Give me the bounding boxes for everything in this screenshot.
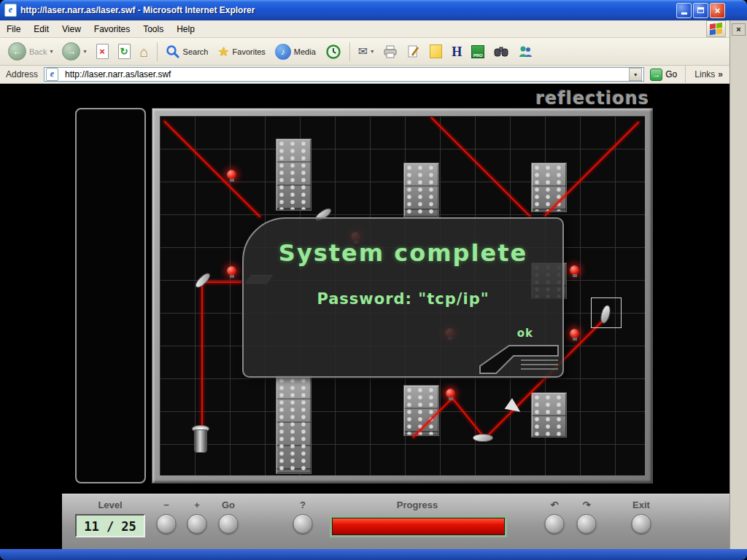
close-button[interactable]: × bbox=[710, 3, 725, 18]
edit-button[interactable] bbox=[403, 43, 424, 60]
links-toolbar[interactable]: Links » bbox=[692, 69, 726, 79]
favorites-button[interactable]: ★ Favorites bbox=[214, 44, 268, 60]
level-cluster: Level 11 / 25 bbox=[75, 499, 145, 537]
undo-button[interactable] bbox=[545, 514, 565, 534]
window-controls: × bbox=[676, 3, 725, 18]
toolbar-separator bbox=[157, 42, 158, 61]
minimize-icon bbox=[681, 12, 687, 15]
notes-button[interactable] bbox=[426, 43, 446, 60]
browser-window: e http://laser.narr.as/laser.swf - Micro… bbox=[0, 0, 747, 560]
menu-view[interactable]: View bbox=[55, 23, 88, 36]
search-label: Search bbox=[183, 47, 209, 56]
menu-help[interactable]: Help bbox=[170, 23, 201, 36]
level-label: Level bbox=[75, 499, 145, 512]
menu-file[interactable]: File bbox=[0, 23, 27, 36]
block-stack bbox=[276, 139, 311, 211]
strip-close-button[interactable]: × bbox=[732, 23, 746, 36]
mirror[interactable] bbox=[473, 434, 493, 442]
go-game-label: Go bbox=[219, 499, 239, 512]
game-logo: reflections bbox=[535, 88, 649, 109]
addressbar-separator bbox=[685, 65, 686, 84]
help-label: ? bbox=[293, 499, 313, 512]
pro-icon: PRO bbox=[471, 45, 484, 58]
home-button[interactable]: ⌂ bbox=[136, 43, 152, 61]
ok-chevron-icon[interactable] bbox=[477, 343, 561, 376]
favorites-star-icon: ★ bbox=[217, 45, 229, 58]
menu-favorites[interactable]: Favorites bbox=[88, 23, 136, 36]
redo-cluster: ↷ bbox=[577, 499, 597, 534]
progress-fill bbox=[333, 518, 504, 534]
block-stack bbox=[531, 163, 567, 212]
dialog-password: Password: "tcp/ip" bbox=[244, 290, 562, 308]
progress-label: Progress bbox=[397, 499, 438, 512]
media-button[interactable]: ♪ Media bbox=[271, 42, 320, 61]
exit-cluster: Exit bbox=[632, 499, 651, 534]
block-stack bbox=[276, 376, 311, 474]
binoculars-icon bbox=[494, 46, 508, 58]
level-minus-cluster: − bbox=[157, 499, 177, 534]
links-chevron-icon: » bbox=[718, 69, 723, 79]
address-field[interactable]: e http://laser.narr.as/laser.swf ▾ bbox=[44, 67, 644, 82]
address-url[interactable]: http://laser.narr.as/laser.swf bbox=[65, 69, 626, 79]
mail-dropdown-icon[interactable]: ▾ bbox=[371, 48, 374, 55]
go-icon: → bbox=[650, 69, 662, 81]
h-tool-button[interactable]: H bbox=[448, 44, 465, 60]
address-bar: Address e http://laser.narr.as/laser.swf… bbox=[0, 66, 729, 84]
forward-dropdown-icon[interactable]: ▾ bbox=[83, 48, 86, 55]
forward-button[interactable]: → ▾ bbox=[58, 41, 90, 62]
ok-button[interactable]: ok bbox=[517, 327, 533, 340]
level-minus-button[interactable] bbox=[157, 514, 177, 534]
address-dropdown-button[interactable]: ▾ bbox=[629, 68, 642, 81]
toolbar-separator bbox=[349, 42, 350, 61]
messenger-icon bbox=[518, 45, 533, 58]
media-icon: ♪ bbox=[275, 44, 291, 60]
menu-edit[interactable]: Edit bbox=[27, 23, 55, 36]
print-icon bbox=[383, 45, 398, 58]
level-plus-button[interactable] bbox=[187, 514, 207, 534]
stop-icon: × bbox=[96, 44, 109, 59]
redo-arrow-icon: ↷ bbox=[577, 499, 597, 512]
back-icon: ← bbox=[8, 42, 26, 61]
exit-button[interactable] bbox=[632, 514, 651, 534]
search-button[interactable]: Search bbox=[162, 43, 212, 61]
back-dropdown-icon[interactable]: ▾ bbox=[50, 48, 53, 55]
stop-button[interactable]: × bbox=[93, 42, 112, 61]
background-window-strip: × bbox=[729, 20, 747, 549]
print-button[interactable] bbox=[379, 44, 401, 60]
media-label: Media bbox=[294, 47, 316, 56]
edit-icon bbox=[407, 44, 420, 58]
maximize-icon bbox=[697, 7, 704, 13]
exit-label: Exit bbox=[632, 499, 651, 512]
stop-x-glyph: × bbox=[99, 47, 105, 56]
menu-tools[interactable]: Tools bbox=[136, 23, 170, 36]
undo-arrow-icon: ↶ bbox=[545, 499, 565, 512]
level-plus-cluster: + bbox=[187, 499, 207, 534]
laser-source[interactable] bbox=[192, 425, 209, 456]
back-button[interactable]: ← Back ▾ bbox=[4, 41, 56, 62]
refresh-button[interactable]: ↻ bbox=[115, 42, 134, 61]
history-button[interactable] bbox=[322, 42, 345, 61]
go-button[interactable]: → Go bbox=[648, 69, 679, 81]
redo-button[interactable] bbox=[577, 514, 597, 534]
go-label: Go bbox=[665, 69, 677, 79]
window-bottom-border bbox=[0, 549, 747, 560]
research-button[interactable] bbox=[490, 44, 512, 59]
page-favicon: e bbox=[46, 68, 58, 81]
ie-page-icon: e bbox=[4, 4, 17, 17]
pro-tool-button[interactable]: PRO bbox=[468, 44, 488, 60]
go-game-button[interactable] bbox=[219, 514, 239, 534]
minus-label: − bbox=[157, 499, 177, 512]
plus-label: + bbox=[187, 499, 207, 512]
refresh-glyph: ↻ bbox=[120, 47, 128, 56]
messenger-button[interactable] bbox=[514, 44, 536, 60]
h-icon: H bbox=[452, 45, 462, 58]
flash-stage: reflections System complete Password: "t… bbox=[0, 84, 729, 549]
maximize-button[interactable] bbox=[693, 3, 708, 18]
help-cluster: ? bbox=[293, 499, 313, 534]
message-panel bbox=[75, 108, 146, 483]
minimize-button[interactable] bbox=[676, 3, 692, 18]
home-icon: ⌂ bbox=[140, 44, 149, 59]
mail-button[interactable]: ✉ ▾ bbox=[355, 44, 377, 59]
help-button[interactable] bbox=[293, 514, 313, 534]
back-label: Back bbox=[29, 47, 47, 56]
